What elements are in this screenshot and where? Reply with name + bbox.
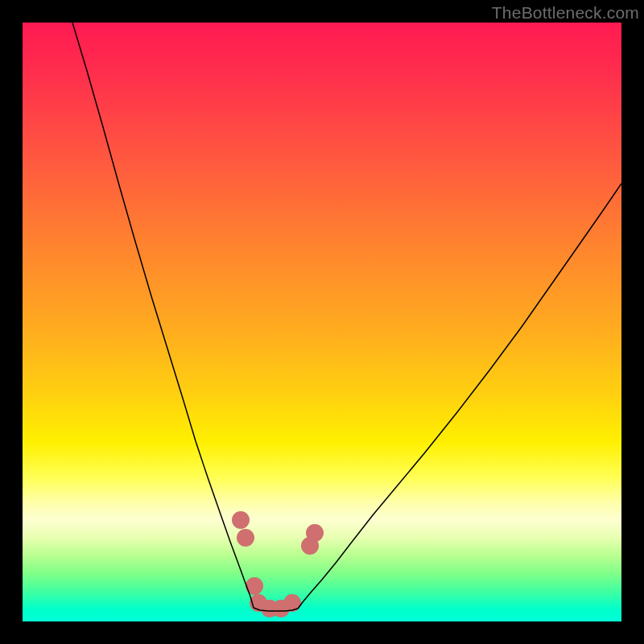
left-curve — [72, 23, 254, 608]
right-curve — [298, 184, 621, 609]
valley-dot — [232, 511, 250, 529]
curve-layer — [23, 23, 621, 621]
plot-area — [23, 23, 621, 621]
valley-markers — [232, 511, 324, 617]
chart-frame: TheBottleneck.com — [0, 0, 644, 644]
valley-dot — [237, 529, 254, 547]
valley-dot — [283, 594, 301, 612]
watermark-text: TheBottleneck.com — [492, 3, 639, 23]
valley-dot — [306, 524, 324, 542]
